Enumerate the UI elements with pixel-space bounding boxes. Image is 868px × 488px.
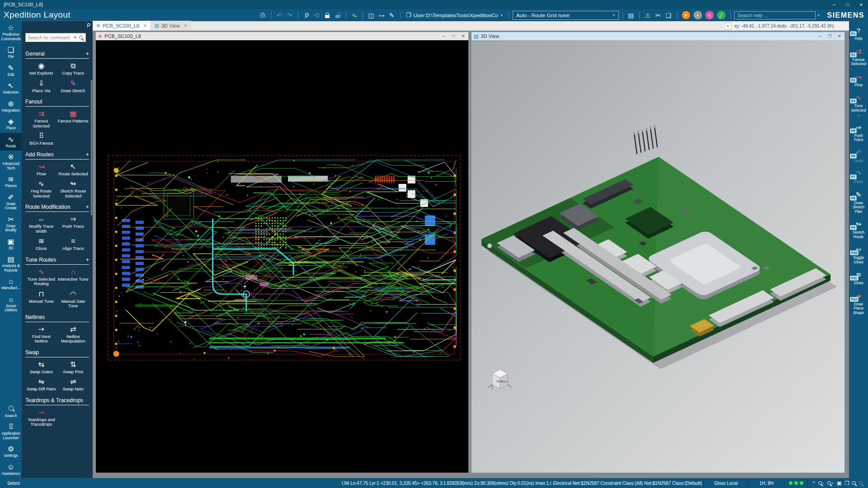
trim-icon[interactable]: ✂ xyxy=(654,10,663,20)
fkey-toggle-gloss[interactable]: ∾F10Toggle Gloss xyxy=(849,245,868,264)
3d-close-button[interactable]: ✕ xyxy=(835,32,844,40)
maximize-button[interactable]: □ xyxy=(841,0,854,9)
sidebar-item-application-launcher[interactable]: ⠿Application Launcher xyxy=(0,420,22,442)
zoom-previous-icon[interactable] xyxy=(859,481,863,485)
sidebar-item-file[interactable]: ❏File xyxy=(0,43,22,61)
pcb-2d-canvas[interactable] xyxy=(96,40,468,473)
pcb-minimize-button[interactable]: ─ xyxy=(439,32,448,40)
panel-pin-icon[interactable]: ⚲ xyxy=(85,22,92,29)
sidebar-item-draw-modify[interactable]: ✂Draw Modify xyxy=(0,213,22,235)
command-search-input[interactable] xyxy=(26,35,72,40)
zoom-out-icon[interactable]: − xyxy=(818,481,825,485)
command-interactive-tune[interactable]: ∩Interactive Tune xyxy=(57,267,90,288)
sidebar-item-3d[interactable]: ▣3D xyxy=(0,235,22,253)
close-button[interactable]: ✕ xyxy=(854,0,868,9)
sidebar-item-search[interactable]: Search xyxy=(0,402,22,421)
display-control-icon[interactable]: ▤ xyxy=(627,10,636,20)
sidebar-item-draw-create[interactable]: ✐Draw Create xyxy=(0,191,22,213)
command-fanout-patterns[interactable]: ▦Fanout Patterns xyxy=(57,108,90,130)
tab-3d-view[interactable]: ▧3D View✕ xyxy=(151,21,192,30)
command-manual-saw-tune[interactable]: ◠Manual Saw Tune xyxy=(57,289,90,310)
command-swap-gates[interactable]: ⇆Swap Gates xyxy=(25,359,57,376)
command-manual-tune[interactable]: ⊓Manual Tune xyxy=(25,289,57,310)
new-doc-icon[interactable]: ❏ xyxy=(664,10,673,20)
scheme-selector[interactable]: ❐User:D:\TemplatesTools\XpeditionCo∨ xyxy=(404,12,505,19)
net-edit-icon[interactable]: ⊶ xyxy=(377,10,386,20)
command-draw-sketch[interactable]: ✎Draw Sketch xyxy=(57,78,90,95)
package-3d-icon[interactable]: ◫ xyxy=(367,10,376,20)
fkey-plow[interactable]: ↝F3Plow xyxy=(849,72,868,88)
gloss-mode-icon[interactable]: ╱ xyxy=(717,11,726,19)
command-copy-trace[interactable]: ⧉Copy Trace xyxy=(57,61,90,77)
sidebar-item-manufact-[interactable]: ⌂Manufact... xyxy=(0,275,22,293)
sidebar-item-place[interactable]: ◈Place xyxy=(0,115,22,133)
fkey-push-trace[interactable]: ⇒F5Push Trace xyxy=(849,123,868,142)
section-add-button[interactable]: + xyxy=(85,258,89,262)
command-place-via[interactable]: ⇩Place Via xyxy=(25,78,57,95)
net-wave-icon[interactable]: ∿ xyxy=(350,10,359,20)
command-sketch-route-selected[interactable]: ↬Sketch Route Selected xyxy=(57,178,90,200)
command-route-selected[interactable]: ↖Route Selected xyxy=(57,161,90,178)
lock-icon[interactable] xyxy=(323,10,332,20)
fkey-fanout-selected[interactable]: ⇉F2Fanout Selected xyxy=(849,47,868,66)
undo-icon[interactable]: ↶ xyxy=(275,10,284,20)
pin-icon[interactable]: ⚲ xyxy=(302,10,311,20)
sidebar-item-smart-utilities[interactable]: ☼Smart Utilities xyxy=(0,293,22,315)
pencil-grid-icon[interactable]: ✎ xyxy=(387,10,396,20)
command-fanout-selected[interactable]: ⇉Fanout Selected xyxy=(25,108,57,130)
ripple-mode-icon[interactable]: ∿ xyxy=(705,11,714,19)
zoom-in-icon[interactable]: + xyxy=(827,481,834,485)
fkey-draw-sketch-plan[interactable]: ✎F8Draw Sketch Plan xyxy=(849,190,868,214)
pin-place-icon[interactable]: ⚲ xyxy=(312,10,321,20)
route-grid-selector[interactable]: Auto - Route Grid none∨ xyxy=(513,11,619,20)
sidebar-item-integration[interactable]: ⊛Integration xyxy=(0,97,22,115)
sidebar-item-advanced-tech[interactable]: ※Advanced Tech xyxy=(0,150,22,173)
command-swap-diff-pairs[interactable]: ⇋Swap Diff Pairs xyxy=(25,376,57,393)
pcb-maximize-button[interactable]: □ xyxy=(448,32,458,40)
command-net-explorer[interactable]: ◉Net Explorer xyxy=(25,61,57,77)
minimize-button[interactable]: ─ xyxy=(827,0,841,9)
fkey-sketch-route[interactable]: ↬F9Sketch Route xyxy=(849,220,868,239)
command-plow[interactable]: ↝Plow xyxy=(25,161,57,178)
tab-close-icon[interactable]: ✕ xyxy=(143,23,147,28)
pcb-3d-canvas[interactable]: FRONT RIGHT xyxy=(472,40,844,473)
coordinate-dropdown-button[interactable]: ▾ xyxy=(724,23,731,29)
command-swap-nets[interactable]: ⇌Swap Nets xyxy=(57,376,90,393)
sidebar-item-planes[interactable]: ≋Planes xyxy=(0,173,22,191)
command-push-trace[interactable]: ⇒Push Trace xyxy=(57,214,90,235)
search-help-input[interactable] xyxy=(734,11,816,19)
fkey-gloss[interactable]: ≋F11Gloss xyxy=(849,270,868,286)
unlock-icon[interactable] xyxy=(333,10,342,20)
fkey-tune-selected-[interactable]: ∿F4Tune Selected ... xyxy=(849,93,868,117)
command-modify-trace-width[interactable]: ⇔Modify Trace Width xyxy=(25,214,57,235)
sidebar-item-selection[interactable]: ↖Selection xyxy=(0,79,22,97)
pcb-close-button[interactable]: ✕ xyxy=(458,32,468,40)
3d-maximize-button[interactable]: ❐ xyxy=(825,32,835,40)
tab-pcb-sc100-l8[interactable]: ≋PCB_SC100_L8✕ xyxy=(93,21,151,30)
fit-view-icon[interactable]: ❒ xyxy=(845,480,849,486)
command-align-trace[interactable]: ≡Align Trace xyxy=(57,236,90,253)
fkey-undo[interactable]: ↶F6Undo xyxy=(849,148,868,164)
sidebar-item-assistance[interactable]: ☺Assistance xyxy=(0,460,22,479)
save-icon[interactable]: ⎙ xyxy=(258,10,267,20)
fit-board-icon[interactable]: ▣ xyxy=(837,480,841,486)
clear-search-icon[interactable]: ✕ xyxy=(72,35,78,40)
command-bga-fanout[interactable]: ⠿BGA Fanout xyxy=(25,131,57,147)
command-netline-manipulation[interactable]: ⇄Netline Manipulation xyxy=(57,324,90,345)
collapse-caret-icon[interactable]: ^ xyxy=(813,480,815,486)
panel-scrollbar[interactable] xyxy=(91,80,92,216)
hazards-icon[interactable]: ⚠ xyxy=(643,10,652,20)
orientation-viewcube[interactable]: FRONT RIGHT xyxy=(488,370,511,390)
section-add-button[interactable]: + xyxy=(85,205,89,209)
sphere-mode-icon[interactable]: ◗ xyxy=(693,11,702,19)
command-swap-pins[interactable]: ⇅Swap Pins xyxy=(57,359,90,376)
tab-close-icon[interactable]: ✕ xyxy=(184,23,188,28)
command-teardrops-and-tracedrops[interactable]: ⊸Teardrops and Tracedrops xyxy=(25,407,57,428)
command-tune-selected-routing[interactable]: ∿Tune Selected Routing xyxy=(25,267,57,288)
fkey-redo[interactable]: ↷F7Redo xyxy=(849,169,868,184)
command-gloss[interactable]: ≋Gloss xyxy=(25,236,57,253)
fkey-draw-plane-shape[interactable]: ▰F12Draw Plane Shape xyxy=(849,291,868,315)
select-mode-icon[interactable]: ➤ xyxy=(682,11,690,19)
command-find-next-netline[interactable]: ⇢Find Next Netline xyxy=(25,324,57,345)
zoom-area-icon[interactable] xyxy=(852,481,856,485)
